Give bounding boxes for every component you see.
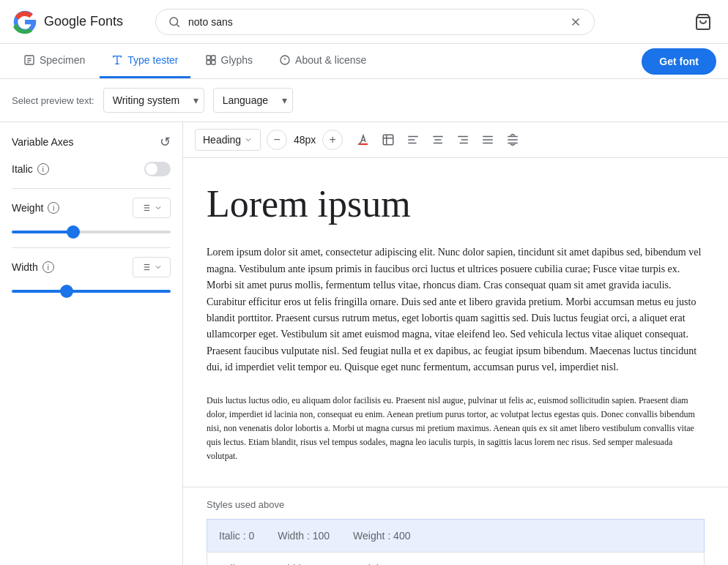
italic-axis-row: Italic i [12,162,171,176]
weight-info-icon[interactable]: i [48,202,59,214]
weight-slider-container [12,224,171,236]
tab-type-tester[interactable]: Type tester [100,44,190,78]
language-select[interactable]: Language English French German [213,88,293,113]
highlight-color-button[interactable] [376,128,400,151]
clear-search-icon[interactable] [569,15,582,29]
highlight-icon [382,133,395,146]
logo-area: Google Fonts [12,9,144,35]
variable-axes-title: Variable Axes [12,136,74,148]
sidebar-divider-2 [12,247,171,248]
glyphs-icon [205,54,217,66]
svg-rect-11 [207,56,210,59]
sidebar-header: Variable Axes ↺ [12,134,171,150]
italic-value-1: Italic : 0 [219,530,254,542]
preview-heading[interactable]: Lorem ipsum [207,182,705,227]
svg-rect-12 [211,56,215,59]
preview-body-2[interactable]: Duis luctus luctus odio, eu aliquam dolo… [207,394,705,464]
width-menu-button[interactable] [133,257,171,277]
svg-rect-14 [211,61,215,64]
svg-point-0 [170,18,178,26]
weight-slider[interactable] [12,231,171,233]
styles-used-title: Styles used above [207,499,705,510]
width-menu-icon [141,262,151,272]
type-toolbar: Heading − 48px + [183,122,728,158]
tab-about[interactable]: About & license [267,44,378,78]
italic-axis: Italic i [12,162,171,176]
search-icon [168,15,181,29]
decrease-font-size-button[interactable]: − [267,130,287,150]
font-color-button[interactable] [352,128,375,151]
search-input[interactable] [188,16,562,28]
align-center-icon [431,133,445,146]
width-info-icon[interactable]: i [42,261,54,273]
heading-dropdown-icon [244,135,253,144]
width-label: Width i [12,261,54,273]
width-slider[interactable] [12,290,171,293]
preview-selector-row: Select preview text: Writing system Lati… [0,79,728,122]
tab-glyphs[interactable]: Glyphs [193,44,265,78]
google-logo-icon [12,9,38,35]
align-right-icon [456,133,469,146]
tab-specimen[interactable]: Specimen [12,44,97,78]
styles-section: Styles used above Italic : 0 Width : 100… [183,487,728,565]
align-left-button[interactable] [401,128,425,151]
search-bar[interactable] [155,9,595,35]
italic-label: Italic i [12,163,49,175]
weight-menu-icon [141,203,151,213]
align-center-button[interactable] [426,128,450,151]
svg-line-1 [177,24,179,26]
header: Google Fonts [0,0,728,44]
sidebar: Variable Axes ↺ Italic i Weight i [0,122,183,565]
specimen-icon [23,54,35,66]
italic-toggle[interactable] [144,162,171,176]
width-slider-container [12,283,171,295]
style-row: Italic : 0 Width : 100 Weight : 400 [207,552,705,565]
width-value-1: Width : 100 [278,530,330,542]
weight-menu-button[interactable] [133,198,171,218]
justify-button[interactable] [476,128,499,151]
font-color-icon [357,133,370,146]
writing-system-select[interactable]: Writing system Latin Cyrillic Greek [103,88,204,113]
header-right [690,9,716,35]
weight-axis: Weight i [12,198,171,236]
logo-text: Google Fonts [44,14,123,29]
italic-toggle-knob [146,163,157,175]
refresh-icon[interactable]: ↺ [160,134,171,150]
weight-axis-row: Weight i [12,198,171,218]
width-axis: Width i [12,257,171,295]
line-height-button[interactable] [501,128,524,151]
justify-icon [481,133,494,146]
weight-dropdown-icon [154,203,163,212]
sidebar-divider-1 [12,188,171,189]
line-height-icon [506,133,519,146]
type-tester-icon [111,54,123,66]
content-area: Heading − 48px + [183,122,728,565]
width-axis-row: Width i [12,257,171,277]
style-row: Italic : 0 Width : 100 Weight : 400 [207,519,705,553]
shopping-bag-icon[interactable] [690,9,716,35]
get-font-button[interactable]: Get font [642,48,716,75]
writing-system-select-wrap[interactable]: Writing system Latin Cyrillic Greek ▾ [103,88,204,113]
svg-rect-13 [207,61,210,64]
format-buttons [352,128,524,151]
main-layout: Variable Axes ↺ Italic i Weight i [0,122,728,565]
preview-body-1[interactable]: Lorem ipsum dolor sit amet, consectetur … [207,244,705,375]
align-left-icon [406,133,420,146]
italic-info-icon[interactable]: i [37,163,49,175]
font-size-value: 48px [290,134,319,146]
align-right-button[interactable] [451,128,475,151]
width-dropdown-icon [154,263,163,272]
tab-bar: Specimen Type tester Glyphs About & lice… [0,44,728,79]
about-icon [279,54,291,66]
select-preview-label: Select preview text: [12,95,94,106]
font-size-control: − 48px + [267,130,343,150]
weight-value-1: Weight : 400 [353,530,410,542]
weight-label: Weight i [12,202,59,214]
increase-font-size-button[interactable]: + [322,130,343,150]
heading-select[interactable]: Heading [195,129,261,151]
language-select-wrap[interactable]: Language English French German ▾ [213,88,293,113]
preview-area[interactable]: Lorem ipsum Lorem ipsum dolor sit amet, … [183,158,728,487]
